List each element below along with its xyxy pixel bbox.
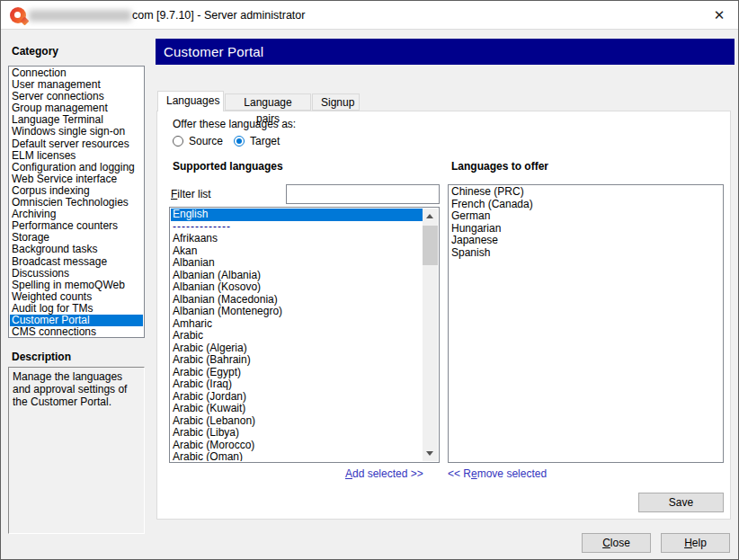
supported-languages-label: Supported languages <box>173 160 283 173</box>
tab-language-pairs[interactable]: Language pairs <box>225 93 311 111</box>
list-item[interactable]: Albanian <box>171 257 423 270</box>
window-title: com [9.7.10] - Server administrator <box>132 9 305 22</box>
list-item[interactable]: English <box>171 209 423 221</box>
list-item[interactable]: Spanish <box>450 247 722 260</box>
list-item[interactable]: Archiving <box>10 209 143 220</box>
list-item[interactable]: Corpus indexing <box>10 185 143 197</box>
list-item[interactable]: CMS connections <box>10 326 143 338</box>
list-item[interactable]: Hungarian <box>450 223 722 236</box>
list-item[interactable]: German <box>450 210 722 223</box>
page-title: Customer Portal <box>156 39 735 65</box>
list-item[interactable]: Language Terminal <box>10 114 143 126</box>
scroll-down-icon[interactable] <box>423 446 438 461</box>
list-item[interactable]: Connection <box>10 67 143 79</box>
list-item[interactable]: Audit log for TMs <box>10 303 143 315</box>
list-item[interactable]: ------------- <box>171 221 423 234</box>
list-item[interactable]: Arabic (Libya) <box>171 427 423 440</box>
help-button[interactable]: Help <box>661 533 730 553</box>
supported-languages-items: English-------------AfrikaansAkanAlbania… <box>171 209 423 461</box>
list-item[interactable]: Arabic <box>171 330 423 342</box>
list-item[interactable]: Arabic (Bahrain) <box>171 354 423 367</box>
source-radio-label: Source <box>189 135 223 147</box>
list-item[interactable]: Server connections <box>10 91 143 102</box>
languages-to-offer-listbox[interactable]: Chinese (PRC)French (Canada)GermanHungar… <box>448 184 724 463</box>
description-text: Manage the languages and approval settin… <box>8 367 145 534</box>
category-label: Category <box>12 45 58 58</box>
scroll-up-icon[interactable] <box>423 209 438 224</box>
list-item[interactable]: Arabic (Algeria) <box>171 342 423 355</box>
list-item[interactable]: Omniscien Technologies <box>10 197 143 209</box>
save-button[interactable]: Save <box>638 493 724 512</box>
source-radio[interactable]: Source <box>173 135 223 147</box>
list-item[interactable]: Arabic (Kuwait) <box>171 403 423 415</box>
list-item[interactable]: Arabic (Egypt) <box>171 367 423 379</box>
server-administrator-window: com [9.7.10] - Server administrator ✕ Ca… <box>0 0 739 560</box>
filter-input[interactable] <box>286 184 440 204</box>
list-item[interactable]: Arabic (Oman) <box>171 451 423 461</box>
list-item[interactable]: Afrikaans <box>171 233 423 245</box>
list-item[interactable]: Web Service interface <box>10 173 143 185</box>
scrollbar[interactable] <box>423 209 438 461</box>
list-item[interactable]: Broadcast message <box>10 256 143 268</box>
target-radio[interactable]: Target <box>234 135 280 147</box>
title-bar: com [9.7.10] - Server administrator ✕ <box>1 1 738 30</box>
close-button[interactable]: Close <box>582 533 651 553</box>
list-item[interactable]: Default server resources <box>10 138 143 150</box>
supported-languages-listbox[interactable]: English-------------AfrikaansAkanAlbania… <box>169 207 440 463</box>
languages-to-offer-label: Languages to offer <box>451 160 548 173</box>
tab-signup[interactable]: Signup <box>312 93 360 111</box>
list-item[interactable]: Albanian (Albania) <box>171 270 423 282</box>
radio-on-icon <box>234 136 245 147</box>
list-item[interactable]: ELM licenses <box>10 150 143 162</box>
list-item[interactable]: Chinese (PRC) <box>450 186 722 199</box>
redacted-server-name <box>29 10 131 22</box>
list-item[interactable]: Albanian (Montenegro) <box>171 306 423 318</box>
add-selected-link[interactable]: Add selected >> <box>345 467 423 480</box>
list-item[interactable]: Japanese <box>450 235 722 247</box>
list-item[interactable]: Albanian (Kosovo) <box>171 281 423 294</box>
list-item[interactable]: Akan <box>171 245 423 258</box>
scrollbar-thumb[interactable] <box>423 226 438 265</box>
list-item[interactable]: Background tasks <box>10 244 143 255</box>
list-item[interactable]: Arabic (Lebanon) <box>171 415 423 428</box>
list-item[interactable]: Configuration and logging <box>10 162 143 173</box>
list-item[interactable]: Albanian (Macedonia) <box>171 294 423 307</box>
list-item[interactable]: Performance counters <box>10 220 143 232</box>
list-item[interactable]: Arabic (Jordan) <box>171 391 423 404</box>
list-item[interactable]: Discussions <box>10 268 143 280</box>
description-label: Description <box>12 351 71 363</box>
category-list[interactable]: ConnectionUser managementServer connecti… <box>8 66 145 338</box>
close-icon[interactable]: ✕ <box>710 6 728 24</box>
memoq-logo-icon <box>10 7 26 23</box>
list-item[interactable]: Group management <box>10 102 143 114</box>
radio-off-icon <box>173 136 183 147</box>
list-item[interactable]: Amharic <box>171 318 423 331</box>
target-radio-label: Target <box>250 135 280 147</box>
list-item[interactable]: French (Canada) <box>450 199 722 211</box>
list-item[interactable]: Arabic (Morocco) <box>171 440 423 452</box>
list-item[interactable]: User management <box>10 79 143 91</box>
list-item[interactable]: Storage <box>10 232 143 244</box>
list-item[interactable]: Weighted counts <box>10 291 143 303</box>
list-item[interactable]: Windows single sign-on <box>10 126 143 138</box>
languages-tab-page: Offer these languages as: Source Target … <box>156 111 731 520</box>
tab-languages[interactable]: Languages <box>157 91 224 111</box>
filter-list-label: Filter list <box>171 188 211 200</box>
list-item[interactable]: Arabic (Iraq) <box>171 378 423 391</box>
remove-selected-link[interactable]: << Remove selected <box>448 467 547 480</box>
list-item[interactable]: Customer Portal <box>10 315 143 326</box>
list-item[interactable]: Spelling in memoQWeb <box>10 280 143 291</box>
